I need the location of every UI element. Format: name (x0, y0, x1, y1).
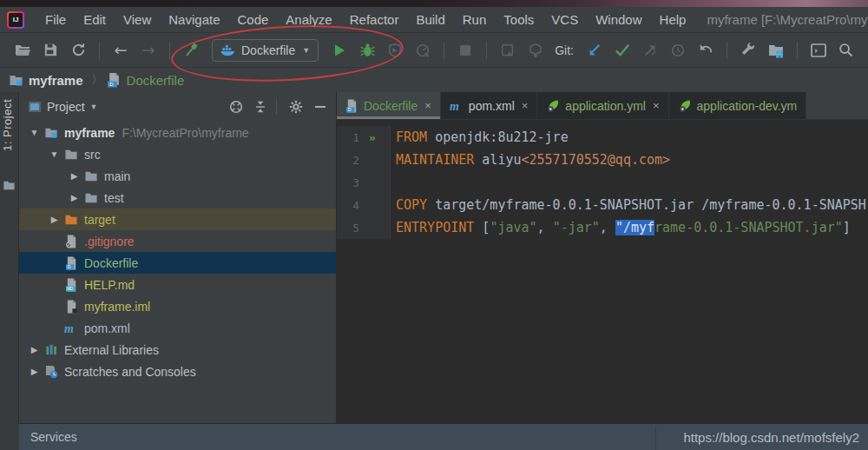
favorites-folder-icon[interactable] (3, 179, 16, 191)
tree-item-label: src (84, 148, 101, 162)
tree-item-myframe-iml[interactable]: myframe.iml (19, 295, 336, 317)
svg-text:D: D (67, 264, 70, 269)
menu-edit[interactable]: Edit (75, 12, 115, 27)
svg-text:m: m (450, 100, 459, 113)
tab-label: Dockerfile (364, 99, 418, 113)
settings-wrench-icon[interactable] (737, 39, 760, 62)
hide-panel-icon[interactable] (310, 96, 331, 117)
menu-analyze[interactable]: Analyze (277, 12, 340, 27)
tool-window-project-tab[interactable]: 1: Project (1, 99, 14, 151)
tab-application-yml[interactable]: application.yml × (537, 92, 668, 119)
menu-view[interactable]: View (115, 12, 160, 27)
tree-item-main[interactable]: ▶ main (19, 165, 336, 187)
tab-dockerfile[interactable]: D Dockerfile × (337, 92, 441, 119)
tree-item-label: myframe.iml (84, 300, 150, 314)
window-top-strip (0, 0, 868, 7)
tab-label: pom.xml (469, 99, 515, 113)
svg-text:MD: MD (66, 287, 73, 291)
profiler-icon (411, 39, 434, 62)
sync-icon[interactable] (67, 39, 89, 62)
project-folder-icon (9, 73, 23, 87)
editor-pane[interactable]: 1 » FROM openjdk:8u212-jre 2 MAINTAINER … (337, 120, 868, 423)
breadcrumb-project[interactable]: myframe (29, 73, 83, 88)
menu-run[interactable]: Run (454, 12, 496, 27)
tree-item-dockerfile[interactable]: D Dockerfile (19, 252, 336, 274)
tree-item-test[interactable]: ▶ test (19, 187, 336, 208)
run-configuration-select[interactable]: Dockerfile ▼ (212, 39, 319, 62)
tree-item-pom-xml[interactable]: m pom.xml (19, 317, 336, 339)
code-line: 1 » FROM openjdk:8u212-jre (337, 126, 868, 149)
gear-icon[interactable] (286, 96, 306, 117)
open-icon[interactable] (11, 39, 34, 62)
ignored-file-icon (62, 235, 80, 248)
close-icon[interactable]: × (522, 99, 529, 112)
tree-item-gitignore[interactable]: .gitignore (19, 230, 336, 252)
services-tool-window-button[interactable]: Services (30, 430, 77, 444)
tree-item-target[interactable]: ▶ target (19, 208, 336, 230)
build-hammer-icon[interactable] (180, 39, 202, 62)
folder-icon (82, 169, 100, 182)
tab-pom-xml[interactable]: m pom.xml × (441, 92, 538, 119)
collapse-all-icon[interactable] (250, 96, 271, 117)
tree-item-src[interactable]: ▼ src (19, 143, 336, 165)
tree-item-help-md[interactable]: MD HELP.md (19, 274, 336, 295)
menu-refactor[interactable]: Refactor (341, 12, 408, 27)
svg-text:D: D (348, 107, 352, 112)
collapse-arrow-icon[interactable]: ▶ (66, 171, 82, 181)
status-bar-corner (0, 423, 19, 450)
tab-application-dev-yml[interactable]: application-dev.ym (669, 92, 807, 119)
svg-text:D: D (109, 82, 113, 87)
menu-help[interactable]: Help (651, 12, 695, 27)
toolbar-separator (486, 42, 487, 59)
collapse-arrow-icon[interactable]: ▶ (26, 367, 43, 376)
project-panel-title[interactable]: Project (47, 100, 85, 114)
collapse-arrow-icon[interactable]: ▶ (46, 215, 62, 224)
tree-item-external-libraries[interactable]: ▶ External Libraries (19, 339, 336, 361)
run-line-marker-icon[interactable]: » (359, 131, 385, 144)
line-number: 5 (337, 222, 359, 235)
locate-file-icon[interactable] (226, 96, 247, 117)
collapse-arrow-icon[interactable]: ▶ (66, 193, 82, 202)
menu-tools[interactable]: Tools (495, 12, 542, 27)
menu-code[interactable]: Code (228, 12, 277, 27)
docker-whale-icon (220, 44, 235, 56)
collapse-arrow-icon[interactable]: ▶ (26, 345, 43, 354)
git-commit-icon[interactable] (611, 39, 634, 62)
status-bar: Services https://blog.csdn.net/mofsfely2 (19, 423, 868, 450)
search-everywhere-icon[interactable] (835, 39, 858, 62)
tree-item-myframe-root[interactable]: ▼ myframe F:\MycreatPro\myframe (19, 122, 336, 143)
folder-icon (82, 191, 100, 204)
git-update-icon[interactable] (583, 39, 606, 62)
ide-window: File Edit View Navigate Code Analyze Ref… (0, 0, 868, 450)
menu-bar: File Edit View Navigate Code Analyze Ref… (0, 7, 868, 33)
back-icon[interactable]: ← (109, 39, 132, 62)
menu-navigate[interactable]: Navigate (160, 12, 228, 27)
tree-item-path: F:\MycreatPro\myframe (122, 126, 248, 140)
spring-config-icon (546, 99, 560, 113)
menu-file[interactable]: File (36, 12, 75, 27)
close-icon[interactable]: × (424, 99, 431, 112)
tree-item-label: Scratches and Consoles (64, 365, 196, 379)
editor-area: D Dockerfile × m pom.xml × applica (337, 92, 868, 423)
run-icon[interactable] (328, 39, 351, 62)
terminal-icon[interactable] (807, 39, 830, 62)
expand-arrow-icon[interactable]: ▼ (26, 128, 43, 137)
project-structure-icon[interactable] (765, 39, 787, 62)
line-number: 2 (337, 154, 359, 167)
toolbar-separator (169, 42, 170, 59)
debug-icon[interactable] (356, 39, 378, 62)
save-icon[interactable] (39, 39, 62, 62)
tree-item-label: External Libraries (64, 343, 159, 357)
code-line: 3 (337, 171, 868, 194)
menu-vcs[interactable]: VCS (542, 12, 587, 27)
rollback-icon[interactable] (694, 39, 717, 62)
tree-item-scratches[interactable]: ▶ Scratches and Consoles (19, 361, 336, 382)
breadcrumb-file[interactable]: Dockerfile (127, 73, 185, 88)
menu-build[interactable]: Build (407, 12, 453, 27)
close-icon[interactable]: × (653, 99, 660, 112)
menu-window[interactable]: Window (587, 12, 650, 27)
line-number: 3 (337, 176, 359, 189)
line-number: 1 (337, 131, 359, 144)
expand-arrow-icon[interactable]: ▼ (46, 149, 62, 159)
chevron-down-icon[interactable]: ▼ (90, 103, 98, 111)
